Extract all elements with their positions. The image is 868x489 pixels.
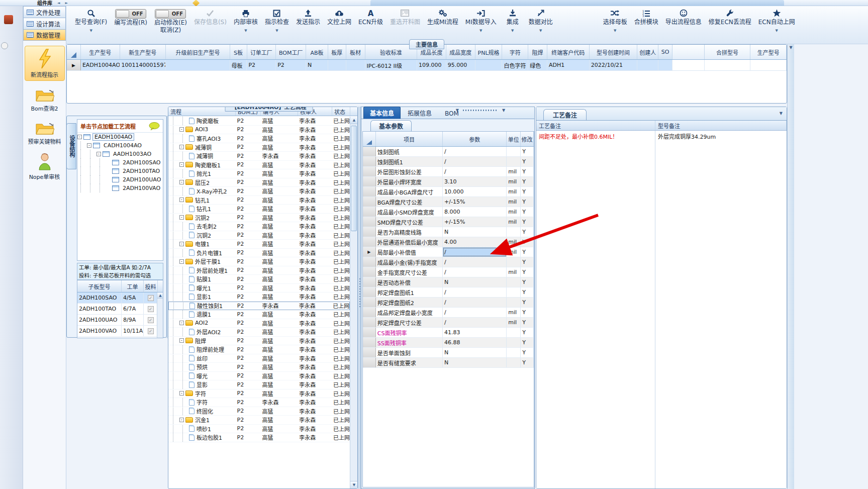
param-row[interactable]: 蚀刻图纸/Y xyxy=(363,147,534,157)
param-row[interactable]: 外层图形蚀刻公差/milY xyxy=(363,167,534,177)
collapse-box-icon[interactable]: - xyxy=(87,143,91,148)
scroll-thumb[interactable] xyxy=(351,126,357,231)
ribbon-button-13[interactable]: 集成▼ xyxy=(500,6,525,33)
param-value-cell[interactable]: 4.00 xyxy=(443,237,507,247)
chevron-down-icon[interactable]: ▼ xyxy=(776,29,778,33)
scroll-up-icon[interactable]: ▲ xyxy=(157,292,163,299)
param-value-cell[interactable]: +/-15% xyxy=(443,217,507,227)
process-row[interactable]: -层压2P2高猛李永森已上网 xyxy=(168,178,350,187)
process-scrollbar[interactable]: ▲ ▼ xyxy=(350,117,357,488)
process-row[interactable]: 字符P2李永森李永森已上网 xyxy=(168,398,350,407)
device-structure-tab[interactable]: 设备结构 xyxy=(66,123,76,169)
process-row[interactable]: 终固化P2高猛李永森已上网 xyxy=(168,407,350,416)
main-col-header[interactable]: S板 xyxy=(230,45,247,59)
process-row[interactable]: 陶瓷磨板P2高猛李永森已上网 xyxy=(168,117,350,126)
process-row[interactable]: 抛光1P2高猛李永森已上网 xyxy=(168,169,350,178)
collapse-box-icon[interactable]: - xyxy=(179,145,184,149)
process-row[interactable]: 预烘P2高猛李永森已上网 xyxy=(168,363,350,372)
ribbon-button-7[interactable]: 发送指示 xyxy=(293,6,324,26)
process-row[interactable]: -AOI2P2高猛李永森已上网 xyxy=(168,319,350,328)
process-col-header[interactable]: 状态 xyxy=(332,107,350,116)
main-col-header[interactable]: 订单工厂 xyxy=(247,45,276,59)
param-value-cell[interactable]: N xyxy=(443,358,507,367)
param-value-cell[interactable]: N xyxy=(443,348,507,357)
collapse-box-icon[interactable]: - xyxy=(179,162,184,167)
collapse-box-icon[interactable]: - xyxy=(97,152,101,156)
chevron-down-icon[interactable]: ▼ xyxy=(479,29,482,33)
process-row[interactable]: -电镀1P2高猛李永森已上网 xyxy=(168,240,350,249)
collapse-box-icon[interactable]: - xyxy=(179,418,184,422)
param-row[interactable]: 成品最小SMD焊盘宽度8.000milY xyxy=(363,207,534,217)
process-row[interactable]: -沉铜2P2高猛李永森已上网 xyxy=(168,214,350,223)
sidebar-tool-4[interactable]: Nope单审核 xyxy=(25,150,65,182)
collapse-box-icon[interactable]: - xyxy=(77,135,82,139)
subboard-row[interactable]: 2ADH100UAO8/9A✓ xyxy=(77,315,163,326)
params-col-header[interactable]: 单位 xyxy=(507,132,521,146)
ribbon-button-16[interactable]: 123合拼模块 xyxy=(631,6,662,26)
process-row[interactable]: -钻孔1P2高猛李永森已上网 xyxy=(168,196,350,205)
ribbon-button-15[interactable]: 选择母板▼ xyxy=(600,6,631,33)
ribbon-button-2[interactable]: OFF编写流程(R) xyxy=(111,6,151,27)
sidebar-tool-1[interactable]: 新流程指示 xyxy=(25,46,65,81)
process-row[interactable]: 显影1P2高猛李永森已上网 xyxy=(168,292,350,302)
ribbon-button-19[interactable]: ECN自动上网▼ xyxy=(755,6,799,33)
process-row[interactable]: -阻焊P2高猛李永森已上网 xyxy=(168,337,350,346)
document-tab-strip[interactable] xyxy=(370,0,784,6)
main-col-header[interactable]: 板材 xyxy=(346,45,365,59)
subboard-col-header[interactable]: 投料 xyxy=(144,280,158,292)
chevron-down-icon[interactable]: ▼ xyxy=(275,29,278,33)
main-col-header[interactable]: 型号创建时间 xyxy=(590,45,638,59)
main-col-header[interactable] xyxy=(672,45,705,59)
ribbon-button-6[interactable]: 指示检查▼ xyxy=(261,6,293,33)
sidebar-tool-2[interactable]: Bom查询2 xyxy=(25,84,65,114)
process-row[interactable]: 显影P2高猛李永森已上网 xyxy=(168,380,350,389)
collapse-box-icon[interactable]: - xyxy=(179,242,184,246)
sidebar-menu-2[interactable]: 设计算法 xyxy=(23,18,66,29)
process-row[interactable]: 钻孔1P2高猛李永森已上网 xyxy=(168,205,350,214)
tree-node[interactable]: -CADH1004AO xyxy=(77,141,163,150)
collapse-box-icon[interactable]: - xyxy=(179,338,184,343)
param-row[interactable]: 外层最小焊环宽度3.10milY xyxy=(363,177,534,187)
param-row[interactable]: ▶局部最小补偿值/milY xyxy=(363,247,534,257)
checkbox-checked-icon[interactable]: ✓ xyxy=(148,295,154,301)
scroll-down-icon[interactable]: ▼ xyxy=(350,481,358,488)
param-value-cell[interactable]: / xyxy=(443,167,507,176)
process-row[interactable]: 去毛刺2P2高猛李永森已上网 xyxy=(168,222,350,231)
ribbon-button-11[interactable]: 生成MI流程 xyxy=(424,6,462,26)
param-value-cell[interactable]: / xyxy=(443,157,507,166)
main-col-header[interactable]: 成品宽度 xyxy=(446,45,475,59)
param-value-cell[interactable]: / xyxy=(443,298,507,307)
param-row[interactable]: 邦定焊盘图纸2/Y xyxy=(363,298,534,308)
ribbon-button-4[interactable]: 保存信息(S) xyxy=(190,6,230,26)
ribbon-button-12[interactable]: MI数据导入▼ xyxy=(462,6,500,33)
main-col-header[interactable]: SO xyxy=(658,45,672,59)
process-row[interactable]: -字符P2高猛李永森已上网 xyxy=(168,389,350,399)
collapse-box-icon[interactable]: - xyxy=(179,321,184,325)
process-row[interactable]: X-Ray冲孔2P2高猛李永森已上网 xyxy=(168,187,350,196)
main-info-row[interactable]: ▶EADH1004AO10011400015975母板P2P2NIPC-6012… xyxy=(67,60,787,71)
param-row[interactable]: 成品邦定焊盘最小宽度/milY xyxy=(363,308,534,318)
process-row[interactable]: -陶瓷磨板1P2高猛李永森已上网 xyxy=(168,161,350,170)
param-row[interactable]: SS面残铜率46.88Y xyxy=(363,338,534,348)
param-row[interactable]: 是否单面蚀刻NY xyxy=(363,348,534,358)
ribbon-button-14[interactable]: 数据对比▼ xyxy=(525,6,556,33)
toggle-off-switch[interactable]: OFF xyxy=(155,9,186,19)
sidebar-tool-3[interactable]: 预审关键物料 xyxy=(25,117,65,147)
toggle-off-switch[interactable]: OFF xyxy=(115,9,146,19)
subboard-row[interactable]: 2ADH100VAO10/11A✓ xyxy=(77,326,163,337)
ribbon-button-3[interactable]: OFF启动修改(E)取消(Z) xyxy=(151,6,190,34)
param-row[interactable]: 金手指宽度尺寸公差/milY xyxy=(363,267,534,277)
sidebar-menu-1[interactable]: 文件处理 xyxy=(23,6,66,18)
params-col-header[interactable]: 修改 xyxy=(521,132,534,146)
collapse-box-icon[interactable]: - xyxy=(179,391,184,396)
process-row[interactable]: 负片电镀1P2高猛李永森已上网 xyxy=(168,249,350,258)
tree-node[interactable]: 2ADH100TAO xyxy=(77,167,163,175)
param-value-cell[interactable]: / xyxy=(443,247,507,257)
ribbon-button-1[interactable]: 型号查询(F)▼ xyxy=(71,6,111,33)
process-row[interactable]: 丝印P2高猛李永森已上网 xyxy=(168,354,350,363)
right-edge-scrollbar[interactable]: ▼ xyxy=(787,44,794,489)
model-remark-header[interactable]: 型号备注 xyxy=(655,121,787,130)
param-row[interactable]: 成品最小金(锡)手指宽度/Y xyxy=(363,257,534,267)
process-row[interactable]: -外层干膜1P2高猛李永森已上网 xyxy=(168,257,350,266)
subboard-row[interactable]: 2ADH100SAO4/5A✓ xyxy=(77,292,163,304)
